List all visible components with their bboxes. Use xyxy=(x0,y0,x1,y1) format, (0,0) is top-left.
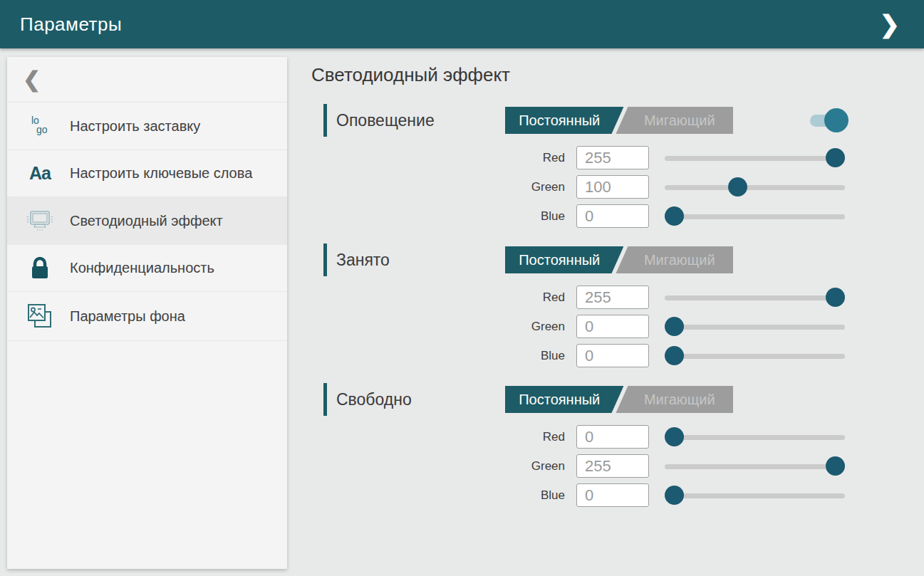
mode-tab-blinking[interactable]: Мигающий xyxy=(616,246,733,273)
sidebar-item-privacy[interactable]: Конфиденциальность xyxy=(7,245,287,292)
logo-icon: logo xyxy=(24,113,56,139)
slider-track xyxy=(665,354,845,359)
slider-track xyxy=(665,464,845,469)
slider-track xyxy=(665,156,845,161)
sidebar-item-label: Настроить ключевые слова xyxy=(70,164,252,183)
mode-tab-group: Постоянный Мигающий xyxy=(505,107,733,134)
section-accent-bar xyxy=(323,104,327,137)
slider-track xyxy=(665,295,845,300)
mode-tab-blinking[interactable]: Мигающий xyxy=(616,386,733,413)
blue-slider[interactable] xyxy=(665,345,845,367)
red-slider[interactable] xyxy=(665,147,845,169)
mode-tab-solid[interactable]: Постоянный xyxy=(505,107,623,134)
section-free: Свободно Постоянный Мигающий Red Green xyxy=(323,382,874,507)
mode-tab-group: Постоянный Мигающий xyxy=(505,246,733,273)
slider-thumb[interactable] xyxy=(826,148,845,167)
led-toggle-switch[interactable] xyxy=(810,107,844,134)
slider-thumb[interactable] xyxy=(665,206,684,226)
channel-row-green: Green xyxy=(494,454,874,478)
lock-icon xyxy=(24,256,56,281)
slider-track xyxy=(665,214,845,219)
mode-tab-blinking[interactable]: Мигающий xyxy=(616,107,733,134)
slider-track xyxy=(665,325,845,330)
red-slider[interactable] xyxy=(665,287,845,308)
channel-row-blue: Blue xyxy=(494,344,874,367)
back-chevron-icon: ❮ xyxy=(23,69,41,90)
sidebar-back-button[interactable]: ❮ xyxy=(7,57,287,103)
green-value-input[interactable] xyxy=(576,175,649,199)
forward-chevron-icon[interactable]: ❯ xyxy=(876,9,905,39)
channel-label: Green xyxy=(494,459,565,473)
sidebar-item-label: Настроить заставку xyxy=(70,117,200,136)
slider-thumb[interactable] xyxy=(665,486,684,505)
red-slider[interactable] xyxy=(665,426,845,448)
green-value-input[interactable] xyxy=(576,315,649,338)
red-value-input[interactable] xyxy=(576,425,649,449)
section-title: Занято xyxy=(336,251,505,270)
channel-row-red: Red xyxy=(494,146,874,169)
mode-tab-group: Постоянный Мигающий xyxy=(505,386,733,413)
app-header: Параметры ❯ xyxy=(0,0,924,48)
channel-label: Red xyxy=(494,430,565,444)
slider-thumb[interactable] xyxy=(665,346,684,365)
section-busy: Занято Постоянный Мигающий Red Green xyxy=(323,243,874,367)
section-accent-bar xyxy=(323,383,327,416)
channel-label: Green xyxy=(494,320,565,334)
channel-row-green: Green xyxy=(494,315,874,338)
channel-row-red: Red xyxy=(494,425,874,449)
blue-slider[interactable] xyxy=(665,485,845,506)
section-title: Свободно xyxy=(336,390,505,409)
section-alert: Оповещение Постоянный Мигающий Red Green xyxy=(323,103,874,228)
channel-label: Blue xyxy=(494,349,565,363)
sidebar-item-label: Светодиодный эффект xyxy=(70,211,223,231)
section-accent-bar xyxy=(323,244,327,276)
channel-row-blue: Blue xyxy=(494,483,874,507)
page-title: Параметры xyxy=(20,14,122,36)
sidebar-item-keywords[interactable]: Aa Настроить ключевые слова xyxy=(7,150,287,197)
channel-label: Blue xyxy=(494,488,565,503)
channel-row-red: Red xyxy=(494,286,874,309)
blue-value-input[interactable] xyxy=(576,483,649,507)
sidebar-item-label: Конфиденциальность xyxy=(70,258,214,278)
led-effect-panel: Светодиодный эффект Оповещение Постоянны… xyxy=(311,64,874,522)
slider-track xyxy=(665,493,845,498)
blue-slider[interactable] xyxy=(665,206,845,227)
mode-tab-solid[interactable]: Постоянный xyxy=(505,386,623,413)
section-title: Оповещение xyxy=(336,111,505,130)
sidebar-item-led-effect[interactable]: Светодиодный эффект xyxy=(7,197,287,245)
aa-icon: Aa xyxy=(24,163,56,184)
red-value-input[interactable] xyxy=(576,286,649,309)
channel-label: Green xyxy=(494,180,565,194)
mode-tab-solid[interactable]: Постоянный xyxy=(505,246,623,273)
blue-value-input[interactable] xyxy=(576,204,649,228)
sidebar-item-splash-screen[interactable]: logo Настроить заставку xyxy=(7,103,287,150)
channel-label: Red xyxy=(494,151,565,165)
blue-value-input[interactable] xyxy=(576,344,649,367)
slider-thumb[interactable] xyxy=(728,177,747,197)
sidebar-item-label: Параметры фона xyxy=(70,307,185,326)
channel-row-blue: Blue xyxy=(494,204,874,228)
content-title: Светодиодный эффект xyxy=(311,64,874,86)
slider-track xyxy=(665,185,845,190)
slider-track xyxy=(665,435,845,440)
green-slider[interactable] xyxy=(665,456,845,477)
channel-label: Red xyxy=(494,290,565,305)
green-slider[interactable] xyxy=(665,177,845,198)
slider-thumb[interactable] xyxy=(665,427,684,446)
green-slider[interactable] xyxy=(665,316,845,337)
slider-thumb[interactable] xyxy=(826,456,845,476)
red-value-input[interactable] xyxy=(576,146,649,169)
images-icon xyxy=(24,303,56,330)
sidebar-item-background[interactable]: Параметры фона xyxy=(7,292,287,341)
switch-knob xyxy=(824,108,848,132)
channel-label: Blue xyxy=(494,209,565,224)
slider-thumb[interactable] xyxy=(826,288,845,307)
sidebar: ❮ logo Настроить заставку Aa Настроить к… xyxy=(7,57,287,569)
monitor-icon xyxy=(24,208,56,234)
green-value-input[interactable] xyxy=(576,454,649,478)
slider-thumb[interactable] xyxy=(665,317,684,336)
channel-row-green: Green xyxy=(494,175,874,199)
